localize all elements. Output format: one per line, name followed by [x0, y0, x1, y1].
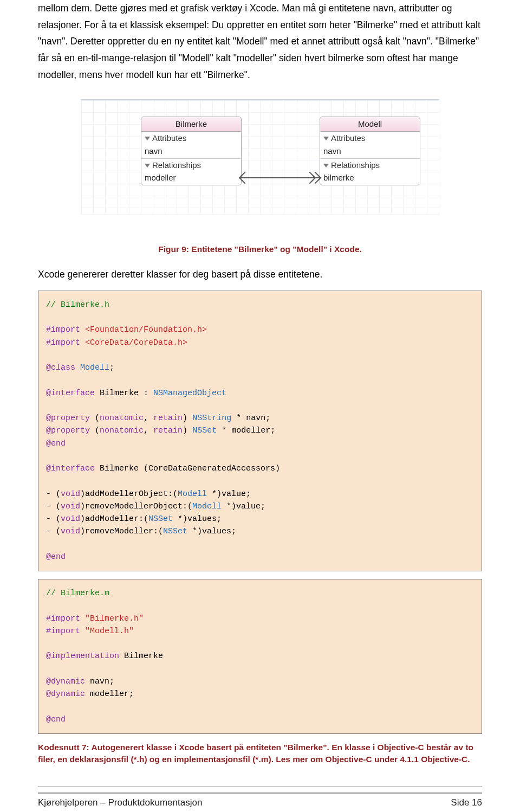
chevron-down-icon	[145, 164, 150, 167]
footer-right: Side 16	[451, 795, 482, 811]
attributes-label: Attributes	[152, 133, 186, 144]
code-text: *)values;	[187, 527, 236, 536]
code-class: Modell	[178, 489, 207, 499]
code-text: )removeModellerObject:(	[80, 502, 192, 511]
after-figure-text: Xcode genererer deretter klasser for deg…	[38, 266, 482, 283]
attributes-header: Attributes	[320, 132, 420, 145]
code-text: *)values;	[173, 514, 222, 524]
page: mellom dem. Dette gjøres med et grafisk …	[0, 0, 520, 812]
code-keyword: @end	[46, 439, 66, 448]
chevron-down-icon	[323, 137, 329, 140]
code-keyword: void	[61, 527, 80, 536]
code-text: (	[95, 426, 100, 435]
code-text: Bilmerke (CoreDataGeneratedAccessors)	[100, 464, 280, 473]
attribute-item: navn	[141, 145, 241, 158]
code-class: Modell	[192, 502, 222, 511]
relationships-header: Relationships	[141, 159, 241, 172]
code-block-impl: // Bilmerke.m #import "Bilmerke.h" #impo…	[38, 579, 482, 734]
code-text: )	[183, 414, 187, 423]
code-text: modeller;	[90, 689, 134, 699]
code-keyword: void	[61, 502, 80, 511]
code-text: Bilmerke :	[100, 389, 148, 398]
code-keyword: @interface	[46, 389, 95, 398]
code-text: )addModeller:(	[80, 514, 148, 524]
attribute-item: navn	[320, 145, 420, 158]
page-footer: Kjørehjelperen – Produktdokumentasjon Si…	[38, 792, 482, 811]
code-text: ,	[144, 414, 148, 423]
entity-title: Modell	[320, 117, 420, 132]
chevron-down-icon	[145, 137, 150, 140]
code-text: )removeModeller:(	[80, 527, 163, 536]
code-text: *)value;	[207, 489, 251, 499]
footer-left: Kjørehjelperen – Produktdokumentasjon	[38, 795, 202, 811]
code-text: (	[95, 414, 100, 423]
code-class: NSSet	[192, 426, 217, 435]
code-keyword: retain	[153, 414, 183, 423]
code-block-header: // Bilmerke.h #import <Foundation/Founda…	[38, 291, 482, 571]
code-keyword: @end	[46, 715, 66, 724]
code-text: * modeller;	[222, 426, 275, 435]
code-comment: // Bilmerke.h	[46, 300, 109, 310]
code-class: Modell	[80, 363, 109, 372]
code-text: - (	[46, 502, 61, 511]
entity-modell: Modell Attributes navn Relationships bil…	[320, 117, 420, 185]
code-string: <Foundation/Foundation.h>	[85, 325, 207, 334]
footer-rule	[38, 787, 482, 787]
code-keyword: retain	[153, 426, 183, 435]
code-text: - (	[46, 514, 61, 524]
code-keyword: @property	[46, 414, 90, 423]
code-keyword: #import	[46, 614, 80, 623]
code-keyword: @interface	[46, 464, 95, 473]
code-keyword: nonatomic	[100, 414, 144, 423]
code-keyword: void	[61, 489, 80, 499]
code-class: NSManagedObject	[153, 389, 226, 398]
code-text: * navn;	[236, 414, 270, 423]
relationship-item: modeller	[141, 172, 241, 185]
code-class: NSString	[192, 414, 231, 423]
code-keyword: @property	[46, 426, 90, 435]
code-keyword: void	[61, 514, 80, 524]
code-keyword: @implementation	[46, 652, 119, 661]
code-keyword: #import	[46, 325, 80, 334]
code-text: - (	[46, 489, 61, 499]
body-paragraph: mellom dem. Dette gjøres med et grafisk …	[38, 0, 482, 83]
code-text: ,	[144, 426, 148, 435]
snippet-caption: Kodesnutt 7: Autogenerert klasse i Xcode…	[38, 742, 482, 765]
code-keyword: #import	[46, 627, 80, 636]
code-string: "Modell.h"	[85, 627, 134, 636]
code-text: )	[183, 426, 187, 435]
code-text: - (	[46, 527, 61, 536]
code-string: "Bilmerke.h"	[85, 614, 144, 623]
code-class: NSSet	[163, 527, 187, 536]
code-comment: // Bilmerke.m	[46, 589, 109, 598]
relationship-item: bilmerke	[320, 172, 420, 185]
code-text: navn;	[90, 677, 114, 686]
attributes-label: Attributes	[331, 133, 365, 144]
code-class: NSSet	[148, 514, 173, 524]
code-keyword: #import	[46, 338, 80, 347]
relationships-label: Relationships	[152, 160, 201, 171]
entity-title: Bilmerke	[141, 117, 241, 132]
code-text: *)value;	[222, 502, 265, 511]
code-keyword: @dynamic	[46, 677, 85, 686]
code-text: )addModellerObject:(	[80, 489, 178, 499]
chevron-down-icon	[323, 164, 329, 167]
relationships-header: Relationships	[320, 159, 420, 172]
diagram-container: Bilmerke Attributes navn Relationships m…	[38, 99, 482, 215]
entity-bilmerke: Bilmerke Attributes navn Relationships m…	[141, 117, 242, 185]
code-keyword: @class	[46, 363, 75, 372]
figure-caption: Figur 9: Entitetene "Bilmerke" og "Model…	[38, 242, 482, 256]
attributes-header: Attributes	[141, 132, 241, 145]
relationships-label: Relationships	[331, 160, 380, 171]
code-text: Bilmerke	[124, 652, 163, 661]
code-keyword: @dynamic	[46, 689, 85, 699]
code-string: <CoreData/CoreData.h>	[85, 338, 187, 347]
code-keyword: nonatomic	[100, 426, 144, 435]
code-keyword: @end	[46, 552, 66, 562]
diagram-grid: Bilmerke Attributes navn Relationships m…	[81, 99, 439, 215]
